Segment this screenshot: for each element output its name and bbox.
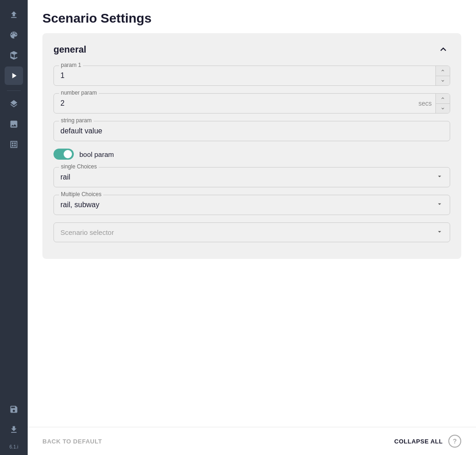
map-icon[interactable] xyxy=(5,46,23,65)
footer-right: COLLAPSE ALL ? xyxy=(394,435,461,448)
footer: BACK TO DEFAULT COLLAPSE ALL ? xyxy=(28,427,476,455)
version-label: 6.1.i xyxy=(10,444,18,449)
param1-input-wrapper xyxy=(54,66,450,86)
single-choices-label: single Choices xyxy=(59,163,99,170)
scenario-selector-placeholder: Scenario selector xyxy=(54,223,429,242)
number-param-increment-button[interactable] xyxy=(436,94,450,104)
scenario-selector-field: Scenario selector xyxy=(54,222,450,242)
help-label: ? xyxy=(453,437,457,445)
multiple-choices-select[interactable]: rail, subway xyxy=(54,195,450,215)
section-title: general xyxy=(54,44,86,55)
page-title: Scenario Settings xyxy=(42,11,461,26)
sidebar-top xyxy=(5,6,23,400)
string-param-field: string param xyxy=(54,121,450,141)
number-param-suffix: secs xyxy=(415,94,435,113)
palette-icon[interactable] xyxy=(5,26,23,44)
multiple-choices-label: Multiple Choices xyxy=(59,191,103,198)
image-icon[interactable] xyxy=(5,115,23,133)
bool-param-toggle[interactable] xyxy=(54,149,74,160)
page-header: Scenario Settings xyxy=(28,0,476,33)
scenario-selector-arrow-icon[interactable] xyxy=(429,228,450,237)
main-content: Scenario Settings general param 1 xyxy=(28,0,476,455)
param1-label: param 1 xyxy=(59,62,83,68)
number-param-input[interactable] xyxy=(54,94,415,113)
collapse-section-button[interactable] xyxy=(436,42,450,56)
string-param-label: string param xyxy=(59,117,94,124)
single-choices-value: rail xyxy=(54,168,429,187)
layers-icon[interactable] xyxy=(5,95,23,113)
number-param-decrement-button[interactable] xyxy=(436,104,450,114)
bool-param-group: bool param xyxy=(54,149,450,160)
save-icon[interactable] xyxy=(5,400,23,419)
number-param-label: number param xyxy=(59,90,99,96)
param1-increment-button[interactable] xyxy=(436,66,450,76)
back-to-default-button[interactable]: BACK TO DEFAULT xyxy=(42,438,102,445)
sidebar: 6.1.i xyxy=(0,0,28,455)
help-icon[interactable]: ? xyxy=(448,435,461,448)
sidebar-bottom: 6.1.i xyxy=(5,400,23,449)
scenario-selector-select[interactable]: Scenario selector xyxy=(54,222,450,242)
param1-input[interactable] xyxy=(54,66,435,85)
general-section: general param 1 xyxy=(42,33,461,259)
number-param-input-wrapper: secs xyxy=(54,93,450,114)
section-header: general xyxy=(54,42,450,56)
number-param-field: number param secs xyxy=(54,93,450,114)
number-param-stepper xyxy=(435,94,450,113)
param1-field: param 1 xyxy=(54,66,450,86)
single-choices-arrow-icon[interactable] xyxy=(429,173,450,182)
toggle-thumb xyxy=(64,150,72,158)
collapse-all-button[interactable]: COLLAPSE ALL xyxy=(394,438,443,445)
toggle-track[interactable] xyxy=(54,149,74,160)
table-icon[interactable] xyxy=(5,135,23,154)
multiple-choices-field: Multiple Choices rail, subway xyxy=(54,195,450,215)
string-param-input-wrapper xyxy=(54,121,450,141)
param1-stepper xyxy=(435,66,450,85)
multiple-choices-arrow-icon[interactable] xyxy=(429,200,450,210)
content-area: general param 1 xyxy=(28,33,476,427)
multiple-choices-value: rail, subway xyxy=(54,195,429,215)
download-icon[interactable] xyxy=(5,420,23,439)
upload-icon[interactable] xyxy=(5,6,23,24)
single-choices-field: single Choices rail xyxy=(54,167,450,187)
sidebar-divider-1 xyxy=(7,90,21,91)
footer-left: BACK TO DEFAULT xyxy=(42,438,102,445)
bool-param-label: bool param xyxy=(79,150,114,158)
param1-decrement-button[interactable] xyxy=(436,76,450,86)
single-choices-select[interactable]: rail xyxy=(54,167,450,187)
play-icon[interactable] xyxy=(5,66,23,85)
string-param-input[interactable] xyxy=(60,127,443,135)
